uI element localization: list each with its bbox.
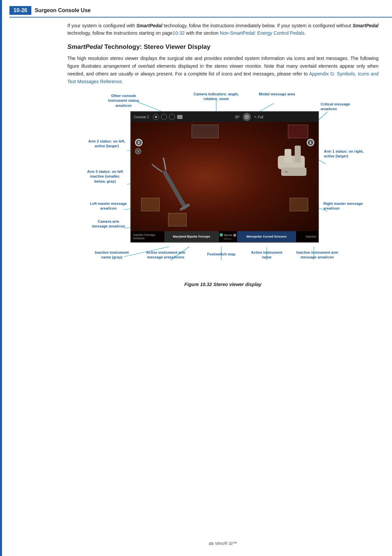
active-right-text: Monopolar Curved Scissors [247, 235, 287, 238]
label-inactive-instrument-arm: Inactive instrument arm message area/ico… [295, 250, 339, 260]
link-appendix-g[interactable]: Appendix G: Symbols, Icons and Text Mess… [67, 71, 379, 84]
footer-text: da Vinci® Si™ [209, 541, 237, 546]
angle-indicator: 30° [235, 115, 240, 119]
topbar-icon-2 [161, 114, 167, 120]
footswitch-label: Bipolar [224, 234, 232, 237]
svg-rect-21 [285, 149, 291, 162]
label-left-master: Left master message area/icon [90, 201, 127, 211]
arm1-circle: 1 [307, 139, 314, 146]
right-master-box [290, 198, 308, 211]
bottom-inactive-left: Inactive ForcepsScissors [131, 233, 165, 240]
label-active-instrument-arm: Active instrument arm message areas/icon… [144, 250, 188, 260]
svg-rect-18 [162, 170, 188, 210]
label-inactive-instrument: Inactive instrument name (gray) [92, 250, 132, 260]
svg-point-15 [155, 116, 157, 118]
label-modal-message: Modal message area [258, 92, 295, 96]
header: 10-26 Surgeon Console Use [9, 6, 392, 18]
label-footswitch-map: Footswitch map [204, 252, 238, 256]
page-title: Surgeon Console Use [35, 7, 91, 13]
label-arm1-status: Arm 1 status: on right, active (larger) [324, 149, 368, 159]
modal-message-box [192, 125, 219, 138]
bottom-active-right: Monopolar Curved Scissors [237, 231, 296, 242]
svg-point-17 [246, 116, 248, 118]
topbar-icon-1 [153, 114, 159, 120]
main-content: If your system is configured with SmartP… [67, 22, 379, 294]
footswitch-dot-1 [220, 233, 223, 237]
label-other-console: Other console instrument status area/ico… [102, 93, 145, 108]
label-camera-indicators: Camera indicators: angle, rotation, zoom [189, 92, 243, 101]
bottom-active-left: Maryland Bipolar Forceps [165, 231, 219, 242]
topbar-icon-4 [177, 115, 183, 119]
topbar-icons [153, 114, 183, 120]
figure-caption: Figure 10.32 Stereo viewer display [71, 282, 374, 287]
label-camera-arm: Camera arm message area/icon [90, 219, 127, 229]
label-critical-message: Critical message area/icon [321, 102, 364, 112]
full-label: Full [254, 115, 263, 119]
inactive-right-text: Inactive [306, 235, 316, 238]
right-instrument-svg: da [251, 139, 318, 206]
active-left-text: Maryland Bipolar Forceps [173, 235, 210, 238]
svg-text:da: da [285, 170, 288, 173]
figure-area: Other console instrument status area/ico… [71, 92, 374, 287]
link-non-smartpedal[interactable]: Non-SmartPedal: Energy Control Pedals [220, 30, 304, 36]
topbar-center: 30° Full [183, 113, 316, 121]
camera-icon [243, 113, 251, 121]
left-master-box [141, 198, 160, 211]
camera-arm-box [168, 213, 187, 226]
left-bar [0, 0, 2, 556]
label-right-master: Right master message area/icon [323, 201, 370, 211]
section-number: 10-26 [9, 6, 31, 15]
bottom-inactive-right: Inactive [296, 235, 318, 238]
label-arm2-status: Arm 2 status: on left, active (larger) [88, 139, 125, 149]
label-arm3-status: Arm 3 status: on left inactive (smaller,… [85, 169, 125, 184]
link-10-32[interactable]: 10-32 [173, 30, 185, 36]
stereo-viewer: Console 2 30° [130, 111, 319, 243]
topbar-icon-3 [169, 114, 175, 120]
viewer-container: Console 2 30° [130, 111, 319, 243]
section-title: SmartPedal Technology: Stereo Viewer Dis… [67, 43, 379, 51]
bottom-center: Bipolar Mono-L [219, 233, 237, 240]
footswitch-dot-2 [233, 234, 236, 237]
console-label: Console 2 [134, 115, 149, 119]
arm2-circle: 2 [135, 139, 142, 146]
footer: da Vinci® Si™ [67, 541, 379, 546]
body-paragraph: The high resolution stereo viewer displa… [67, 55, 379, 86]
intro-paragraph: If your system is configured with SmartP… [67, 22, 379, 37]
inactive-left-text: Inactive ForcepsScissors [133, 233, 155, 240]
svg-rect-22 [295, 146, 301, 162]
critical-message-box [288, 125, 308, 138]
mono-label: Mono-L [224, 238, 232, 240]
viewer-topbar: Console 2 30° [131, 112, 318, 122]
label-active-instrument-name: Active instrument name [248, 250, 285, 260]
viewer-bottombar: Inactive ForcepsScissors Maryland Bipola… [131, 231, 318, 242]
